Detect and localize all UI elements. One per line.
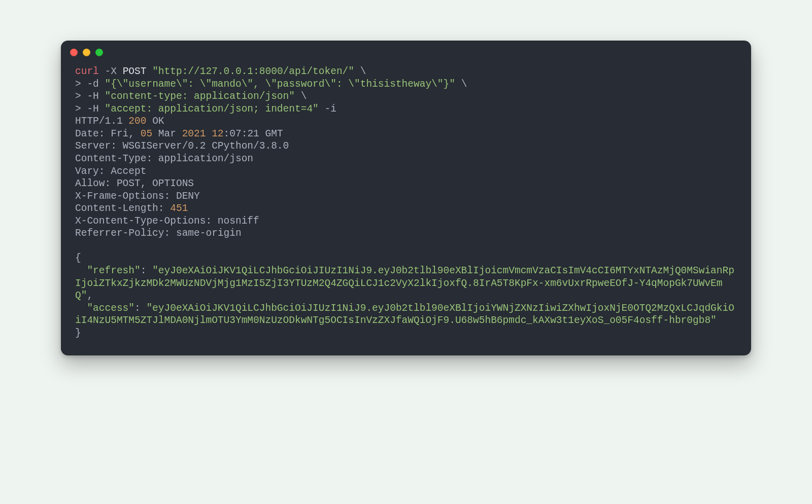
date-label: Date: Fri, [75, 128, 134, 139]
refresh-value: "eyJ0eXAiOiJKV1QiLCJhbGciOiJIUzI1NiJ9.ey… [75, 265, 734, 301]
access-value: "eyJ0eXAiOiJKV1QiLCJhbGciOiJIUzI1NiJ9.ey… [75, 303, 734, 327]
header-server: Server: WSGIServer/0.2 CPython/3.8.0 [75, 140, 737, 153]
colon: : [141, 265, 147, 276]
request-url: "http://127.0.0.1:8000/api/token/" [152, 66, 354, 77]
header-date: Date: Fri, 05 Mar 2021 12:07:21 GMT [75, 128, 737, 140]
header-flag: -H [87, 91, 98, 102]
terminal-output[interactable]: curl -X POST "http://127.0.0.1:8000/api/… [61, 60, 751, 344]
command-line-1: curl -X POST "http://127.0.0.1:8000/api/… [75, 65, 737, 78]
header-allow: Allow: POST, OPTIONS [75, 177, 737, 190]
content-length-label: Content-Length: [75, 203, 164, 214]
time-rest: :07:21 GMT [224, 128, 283, 139]
time-hour: 12 [212, 128, 223, 139]
json-close-brace: } [75, 327, 737, 340]
data-value: "{\"username\": \"mando\", \"password\":… [105, 79, 455, 90]
content-length-value: 451 [170, 203, 188, 214]
json-access-entry: "access": "eyJ0eXAiOiJKV1QiLCJhbGciOiJIU… [75, 302, 737, 327]
http-proto: HTTP/1.1 [75, 116, 123, 127]
prompt: > [75, 79, 81, 90]
prompt: > [75, 91, 81, 102]
date-year: 2021 [182, 128, 206, 139]
data-flag: -d [87, 79, 98, 90]
continuation: \ [301, 91, 307, 102]
header-x-content-type: X-Content-Type-Options: nosniff [75, 215, 737, 228]
header-flag: -H [87, 103, 98, 115]
command-line-3: > -H "content-type: application/json" \ [75, 90, 737, 103]
header-value: "accept: application/json; indent=4" [105, 103, 319, 115]
date-month: Mar [158, 128, 176, 139]
http-status-line: HTTP/1.1 200 OK [75, 115, 737, 128]
date-day: 05 [141, 128, 152, 139]
header-vary: Vary: Accept [75, 165, 737, 178]
close-icon[interactable] [70, 49, 78, 56]
continuation: \ [461, 79, 467, 90]
access-key: "access" [87, 303, 134, 314]
json-refresh-entry: "refresh": "eyJ0eXAiOiJKV1QiLCJhbGciOiJI… [75, 265, 737, 302]
window-titlebar [61, 41, 751, 60]
method-flag: -X [105, 66, 117, 77]
include-flag: -i [325, 103, 336, 115]
header-content-type: Content-Type: application/json [75, 153, 737, 165]
continuation: \ [360, 66, 366, 77]
prompt: > [75, 103, 81, 115]
refresh-key: "refresh" [87, 265, 140, 276]
http-code: 200 [128, 116, 146, 127]
command-line-4: > -H "accept: application/json; indent=4… [75, 103, 737, 116]
header-x-frame: X-Frame-Options: DENY [75, 190, 737, 203]
json-open-brace: { [75, 252, 737, 265]
curl-command: curl [75, 66, 99, 77]
http-method: POST [123, 66, 147, 77]
minimize-icon[interactable] [83, 49, 90, 56]
terminal-window: curl -X POST "http://127.0.0.1:8000/api/… [61, 41, 751, 355]
header-content-length: Content-Length: 451 [75, 202, 737, 215]
zoom-icon[interactable] [95, 49, 103, 56]
http-reason: OK [152, 116, 164, 127]
blank-line [75, 240, 737, 253]
comma: , [87, 290, 93, 301]
command-line-2: > -d "{\"username\": \"mando\", \"passwo… [75, 78, 737, 91]
header-referrer: Referrer-Policy: same-origin [75, 227, 737, 240]
colon: : [134, 303, 141, 314]
header-value: "content-type: application/json" [105, 91, 295, 102]
